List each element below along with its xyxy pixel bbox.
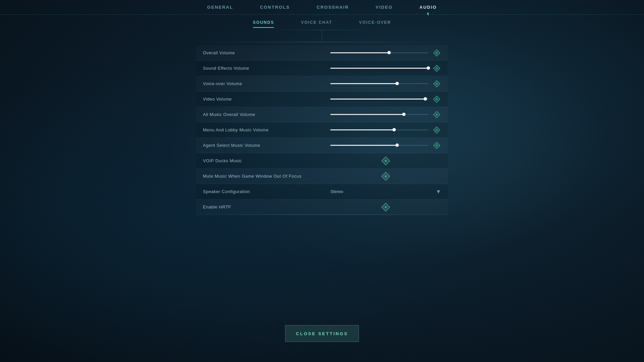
setting-label-all-music-overall-volume: All Music Overall Volume <box>203 112 330 117</box>
setting-control-sound-effects-volume <box>330 64 441 73</box>
sub-nav-item-voiceover[interactable]: VOICE-OVER <box>359 20 391 27</box>
top-nav-item-general[interactable]: GENERAL <box>194 0 247 14</box>
setting-row-mute-music-out-of-focus: Mute Music When Game Window Out Of Focus <box>196 169 448 184</box>
top-nav-item-audio[interactable]: AUDIO <box>406 0 450 14</box>
slider-all-music-overall-volume[interactable] <box>330 114 428 115</box>
setting-control-agent-select-music-volume <box>330 141 441 150</box>
setting-control-menu-lobby-music-volume <box>330 126 441 134</box>
reset-icon-agent-select-music-volume[interactable] <box>432 141 441 150</box>
setting-label-agent-select-music-volume: Agent Select Music Volume <box>203 143 330 148</box>
reset-icon-menu-lobby-music-volume[interactable] <box>432 126 441 134</box>
close-settings-button[interactable]: CLOSE SETTINGS <box>285 325 359 342</box>
setting-label-enable-hrtf: Enable HRTF <box>203 204 330 209</box>
setting-row-menu-lobby-music-volume: Menu And Lobby Music Volume <box>196 122 448 138</box>
setting-control-all-music-overall-volume <box>330 110 441 119</box>
reset-icon-overall-volume[interactable] <box>432 49 441 57</box>
setting-row-all-music-overall-volume: All Music Overall Volume <box>196 107 448 122</box>
slider-overall-volume[interactable] <box>330 52 428 54</box>
sub-nav-item-voicechat[interactable]: VOICE CHAT <box>301 20 332 27</box>
setting-row-voiceover-volume: Voice-over Volume <box>196 76 448 92</box>
toggle-mute-music-out-of-focus[interactable] <box>380 171 391 182</box>
top-nav-item-controls[interactable]: CONTROLS <box>247 0 303 14</box>
setting-control-enable-hrtf <box>330 202 441 213</box>
slider-agent-select-music-volume[interactable] <box>330 145 428 146</box>
svg-marker-27 <box>384 175 387 178</box>
slider-sound-effects-volume[interactable] <box>330 68 428 69</box>
reset-icon-voiceover-volume[interactable] <box>432 79 441 88</box>
slider-menu-lobby-music-volume[interactable] <box>330 129 428 131</box>
reset-icon-sound-effects-volume[interactable] <box>432 64 441 73</box>
setting-row-overall-volume: Overall Volume <box>196 45 448 61</box>
dropdown-value-speaker-configuration: Stereo <box>330 189 343 194</box>
reset-icon-video-volume[interactable] <box>432 95 441 104</box>
setting-control-video-volume <box>330 95 441 104</box>
setting-control-voiceover-volume <box>330 79 441 88</box>
slider-voiceover-volume[interactable] <box>330 83 428 84</box>
setting-label-voiceover-volume: Voice-over Volume <box>203 81 330 86</box>
top-nav-item-video[interactable]: VIDEO <box>362 0 406 14</box>
setting-row-video-volume: Video Volume <box>196 92 448 107</box>
sub-nav: SOUNDSVOICE CHATVOICE-OVER <box>0 15 644 30</box>
setting-control-mute-music-out-of-focus <box>330 171 441 182</box>
setting-row-enable-hrtf: Enable HRTF <box>196 199 448 215</box>
setting-control-overall-volume <box>330 49 441 57</box>
setting-control-voip-ducks-music <box>330 156 441 166</box>
top-nav: GENERALCONTROLSCROSSHAIRVIDEOAUDIO <box>0 0 644 15</box>
svg-marker-30 <box>384 206 387 208</box>
top-nav-item-crosshair[interactable]: CROSSHAIR <box>303 0 362 14</box>
dropdown-arrow-speaker-configuration: ▼ <box>436 189 441 195</box>
setting-label-video-volume: Video Volume <box>203 97 330 102</box>
setting-control-speaker-configuration[interactable]: Stereo▼ <box>330 189 441 195</box>
setting-label-mute-music-out-of-focus: Mute Music When Game Window Out Of Focus <box>203 174 330 179</box>
toggle-enable-hrtf[interactable] <box>380 202 391 213</box>
setting-label-voip-ducks-music: VOIP Ducks Music <box>203 158 330 163</box>
dropdown-speaker-configuration[interactable]: Stereo▼ <box>330 189 441 195</box>
slider-video-volume[interactable] <box>330 99 428 100</box>
setting-label-overall-volume: Overall Volume <box>203 50 330 55</box>
sub-nav-item-sounds[interactable]: SOUNDS <box>253 20 274 27</box>
settings-panel: Overall Volume Sound Effects Volume Voic… <box>0 42 644 215</box>
setting-label-menu-lobby-music-volume: Menu And Lobby Music Volume <box>203 127 330 132</box>
setting-row-agent-select-music-volume: Agent Select Music Volume <box>196 138 448 153</box>
reset-icon-all-music-overall-volume[interactable] <box>432 110 441 119</box>
setting-row-sound-effects-volume: Sound Effects Volume <box>196 61 448 76</box>
toggle-voip-ducks-music[interactable] <box>380 156 391 166</box>
setting-row-speaker-configuration: Speaker ConfigurationStereo▼ <box>196 184 448 199</box>
setting-row-voip-ducks-music: VOIP Ducks Music <box>196 153 448 169</box>
svg-marker-24 <box>384 160 387 162</box>
setting-label-speaker-configuration: Speaker Configuration <box>203 189 330 194</box>
setting-label-sound-effects-volume: Sound Effects Volume <box>203 66 330 71</box>
